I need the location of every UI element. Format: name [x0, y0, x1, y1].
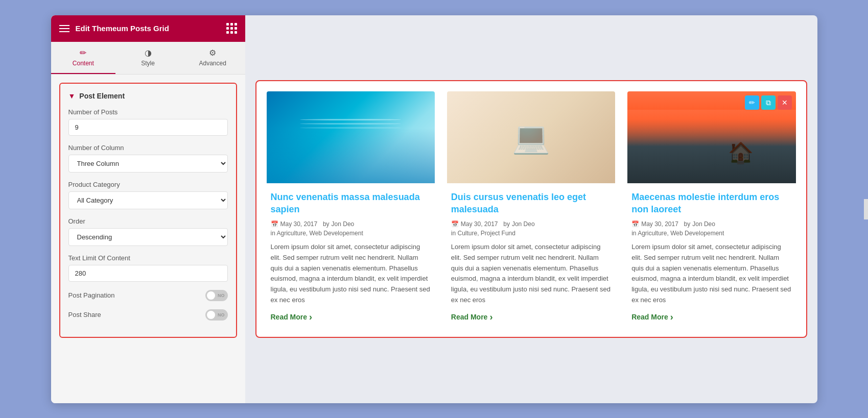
post-share-toggle[interactable]: NO	[205, 309, 228, 321]
copy-button[interactable]: ⧉	[761, 95, 776, 110]
post-share-label: Post Share	[68, 311, 101, 318]
tab-advanced-label: Advanced	[199, 60, 226, 67]
posts-grid: Nunc venenatis massa malesuada sapien 📅 …	[267, 91, 796, 327]
post-categories-3: in Agriculture, Web Developement	[631, 230, 791, 237]
post-card-1: Nunc venenatis massa malesuada sapien 📅 …	[267, 91, 435, 327]
grid-icon[interactable]	[226, 23, 237, 34]
post-title-1: Nunc venenatis massa malesuada sapien	[271, 191, 431, 215]
post-date-2: May 30, 2017	[461, 220, 498, 228]
post-share-toggle-label: NO	[218, 312, 225, 317]
style-icon: ◑	[145, 48, 152, 58]
number-of-posts-label: Number of Posts	[68, 108, 228, 116]
order-label: Order	[68, 217, 228, 225]
post-title-3: Maecenas molestie interdum eros non laor…	[631, 191, 791, 215]
card-actions-3: ✏ ⧉ ✕	[745, 95, 792, 110]
main-container: Edit Themeum Posts Grid ✏ Content ◑ Styl…	[51, 15, 817, 403]
calendar-icon-1: 📅	[271, 220, 278, 228]
order-group: Order Ascending Descending	[68, 217, 228, 246]
number-of-column-select[interactable]: One Column Two Column Three Column Four …	[68, 155, 228, 173]
post-pagination-toggle[interactable]: NO	[205, 290, 228, 301]
content-icon: ✏	[80, 48, 86, 58]
post-date-1: May 30, 2017	[280, 220, 318, 228]
post-share-row: Post Share NO	[68, 309, 228, 321]
number-of-column-label: Number of Column	[68, 144, 228, 152]
product-category-group: Product Category All Category Agricultur…	[68, 181, 228, 209]
post-meta-2: 📅 May 30, 2017 by Jon Deo	[451, 220, 611, 228]
tab-content[interactable]: ✏ Content	[51, 42, 116, 74]
hamburger-icon[interactable]	[59, 25, 69, 32]
panel-body: ▼ Post Element Number of Posts Number of…	[51, 75, 245, 403]
text-limit-label: Text Limit Of Content	[68, 254, 228, 262]
post-pagination-label: Post Pagination	[68, 291, 115, 299]
tab-style-label: Style	[141, 60, 155, 67]
section-header: ▼ Post Element	[68, 92, 228, 100]
right-content: Nunc venenatis massa malesuada sapien 📅 …	[245, 15, 817, 403]
card-body-3: Maecenas molestie interdum eros non laor…	[627, 183, 795, 327]
panel-title: Edit Themeum Posts Grid	[76, 24, 169, 33]
tab-content-label: Content	[73, 60, 94, 67]
read-more-1[interactable]: Read More	[271, 312, 431, 323]
advanced-icon: ⚙	[209, 48, 216, 58]
card-body-1: Nunc venenatis massa malesuada sapien 📅 …	[267, 183, 435, 327]
card-body-2: Duis cursus venenatis leo eget malesuada…	[447, 183, 615, 327]
post-author-2: Jon Deo	[512, 220, 535, 228]
panel-tabs: ✏ Content ◑ Style ⚙ Advanced	[51, 42, 245, 75]
post-excerpt-3: Lorem ipsum dolor sit amet, consectetur …	[631, 242, 791, 306]
post-pagination-toggle-label: NO	[218, 293, 225, 298]
post-image-2	[447, 91, 615, 183]
text-limit-input[interactable]	[68, 265, 228, 282]
post-title-2: Duis cursus venenatis leo eget malesuada	[451, 191, 611, 215]
read-more-2[interactable]: Read More	[451, 312, 611, 323]
post-meta-1: 📅 May 30, 2017 by Jon Deo	[271, 220, 431, 228]
order-select[interactable]: Ascending Descending	[68, 228, 228, 246]
post-card-3: ✏ ⧉ ✕ Maecenas molestie interdum eros no…	[627, 91, 795, 327]
number-of-posts-group: Number of Posts	[68, 108, 228, 136]
text-limit-group: Text Limit Of Content	[68, 254, 228, 282]
post-categories-2: in Culture, Project Fund	[451, 230, 611, 237]
product-category-select[interactable]: All Category Agriculture Culture Project…	[68, 191, 228, 209]
left-panel: Edit Themeum Posts Grid ✏ Content ◑ Styl…	[51, 15, 245, 403]
post-image-1	[267, 91, 435, 183]
product-category-label: Product Category	[68, 181, 228, 188]
panel-header: Edit Themeum Posts Grid	[51, 15, 245, 42]
section-title: Post Element	[79, 92, 125, 100]
read-more-3[interactable]: Read More	[631, 312, 791, 323]
edit-button[interactable]: ✏	[745, 95, 759, 110]
calendar-icon-3: 📅	[631, 220, 639, 228]
post-card-2: Duis cursus venenatis leo eget malesuada…	[447, 91, 615, 327]
post-pagination-row: Post Pagination NO	[68, 290, 228, 301]
post-excerpt-2: Lorem ipsum dolor sit amet, consectetur …	[451, 242, 611, 306]
post-meta-3: 📅 May 30, 2017 by Jon Deo	[631, 220, 791, 228]
number-of-column-group: Number of Column One Column Two Column T…	[68, 144, 228, 173]
section-arrow: ▼	[68, 92, 76, 100]
post-element-section: ▼ Post Element Number of Posts Number of…	[59, 83, 237, 338]
tab-style[interactable]: ◑ Style	[115, 42, 180, 74]
post-excerpt-1: Lorem ipsum dolor sit amet, consectetur …	[271, 242, 431, 306]
post-categories-1: in Agriculture, Web Developement	[271, 230, 431, 237]
tab-advanced[interactable]: ⚙ Advanced	[180, 42, 245, 74]
panel-header-left: Edit Themeum Posts Grid	[59, 24, 169, 33]
post-date-3: May 30, 2017	[641, 220, 678, 228]
post-author-1: Jon Deo	[332, 220, 355, 228]
post-author-3: Jon Deo	[692, 220, 715, 228]
content-wrapper: Nunc venenatis massa malesuada sapien 📅 …	[255, 80, 807, 338]
calendar-icon-2: 📅	[451, 220, 459, 228]
number-of-posts-input[interactable]	[68, 119, 228, 136]
delete-button[interactable]: ✕	[778, 95, 792, 110]
